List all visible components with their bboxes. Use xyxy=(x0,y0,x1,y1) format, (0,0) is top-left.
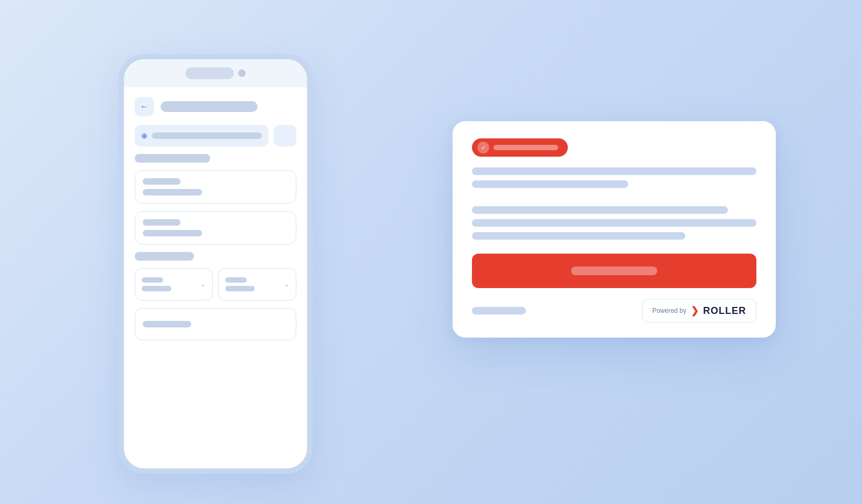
modal-card: ✓ Powered by ❯ ROLLER xyxy=(453,121,776,338)
phone-camera xyxy=(238,69,246,77)
phone-notch-area xyxy=(124,59,307,87)
add-person-button[interactable]: ⊕ xyxy=(135,125,268,146)
card1-line1 xyxy=(143,178,180,185)
dropdown-2[interactable]: ⌄ xyxy=(218,268,296,300)
modal-spacer xyxy=(472,199,756,206)
dropdown2-line2 xyxy=(225,286,255,291)
phone-side-button-left2 xyxy=(119,183,120,226)
secondary-action-button[interactable] xyxy=(274,125,296,146)
back-icon: ← xyxy=(140,102,149,111)
phone-side-button-right xyxy=(311,162,312,215)
roller-brand-text: ROLLER xyxy=(703,305,746,317)
roller-badge: Powered by ❯ ROLLER xyxy=(642,299,756,323)
phone-notch xyxy=(185,67,234,79)
cta-label xyxy=(571,267,657,275)
section-label xyxy=(135,154,210,163)
chevron-down-icon-2: ⌄ xyxy=(284,281,289,288)
phone-bottom-card[interactable] xyxy=(135,308,296,340)
modal-lines-group2 xyxy=(472,206,756,240)
tag-label-bar xyxy=(493,145,558,150)
dropdown1-line1 xyxy=(142,277,163,283)
roller-chevron-icon: ❯ xyxy=(691,305,699,317)
dropdown-row: ⌄ ⌄ xyxy=(135,268,296,300)
checkmark-symbol: ✓ xyxy=(481,144,486,151)
scene: ← ⊕ xyxy=(0,0,862,504)
chevron-down-icon: ⌄ xyxy=(200,281,206,288)
modal-tag: ✓ xyxy=(472,138,568,157)
modal-line-2 xyxy=(472,180,628,188)
phone-action-row: ⊕ xyxy=(135,125,296,146)
powered-by-text: Powered by xyxy=(652,307,686,314)
back-button[interactable]: ← xyxy=(135,97,154,116)
phone-side-button-left xyxy=(119,145,120,172)
card2-line2 xyxy=(143,230,202,236)
modal-line-5 xyxy=(472,232,685,240)
footer-link[interactable] xyxy=(472,307,526,314)
dropdown2-lines xyxy=(225,277,255,291)
modal-lines-group1 xyxy=(472,167,756,188)
modal-line-4 xyxy=(472,219,756,227)
modal-cta-button[interactable] xyxy=(472,254,756,288)
modal-line-3 xyxy=(472,206,728,214)
check-icon: ✓ xyxy=(477,142,489,153)
card1-line2 xyxy=(143,189,202,195)
add-person-icon: ⊕ xyxy=(141,131,148,140)
phone-header: ← xyxy=(135,97,296,116)
dropdown1-line2 xyxy=(142,286,171,291)
modal-footer: Powered by ❯ ROLLER xyxy=(472,299,756,323)
dropdown-1[interactable]: ⌄ xyxy=(135,268,213,300)
section-label-2 xyxy=(135,252,194,261)
phone-card-2[interactable] xyxy=(135,211,296,244)
modal-line-1 xyxy=(472,167,756,175)
phone-mockup: ← ⊕ xyxy=(119,54,312,474)
card2-line1 xyxy=(143,219,180,226)
phone-card-1[interactable] xyxy=(135,170,296,204)
phone-content: ← ⊕ xyxy=(124,87,307,350)
phone-title-bar xyxy=(161,101,258,112)
bottom-card-line xyxy=(143,321,191,327)
dropdown2-line1 xyxy=(225,277,247,283)
dropdown1-lines xyxy=(142,277,171,291)
action-label xyxy=(152,132,262,139)
